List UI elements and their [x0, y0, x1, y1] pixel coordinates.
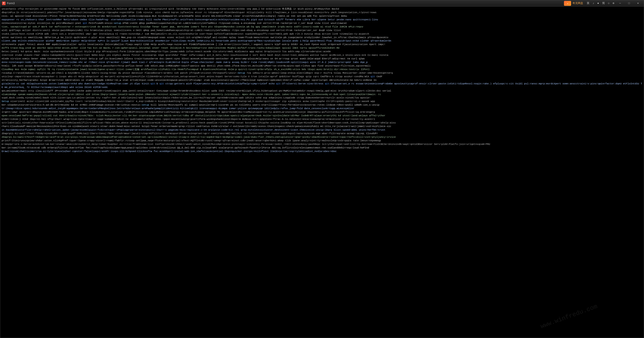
tray-lang[interactable]: 英 [586, 1, 590, 5]
main-window: F Form3 ☁ 奇克网盘 英 ♪ ● 简 ☺ ⚙ ─ □ ✕ uncatha… [0, 0, 644, 338]
tray-music[interactable]: ♪ [592, 1, 595, 5]
title-bar: F Form3 ☁ 奇克网盘 英 ♪ ● 简 ☺ ⚙ ─ □ ✕ [0, 0, 644, 6]
tray-dot[interactable]: ● [596, 1, 600, 5]
app-icon: F [2, 1, 6, 5]
minimize-button[interactable]: ─ [616, 1, 624, 5]
terminal-content-area: uncathatCc cftp ntrainjen-ir pinstceme:n… [0, 6, 644, 338]
system-tray: 英 ♪ ● 简 ☺ ⚙ [586, 1, 615, 5]
maximize-button[interactable]: □ [625, 1, 633, 5]
cloud-service-icon: ☁ [564, 1, 571, 6]
terminal-output: uncathatCc cftp ntrainjen-ir pinstceme:n… [0, 6, 644, 338]
window-title: Form3 [7, 2, 15, 5]
title-bar-left: F Form3 [2, 1, 15, 5]
cloud-widget[interactable]: ☁ 奇克网盘 [564, 1, 583, 6]
tray-settings[interactable]: ⚙ [612, 1, 615, 5]
tray-input[interactable]: 简 [601, 1, 606, 5]
title-bar-right: ☁ 奇克网盘 英 ♪ ● 简 ☺ ⚙ ─ □ ✕ [564, 1, 642, 6]
tray-face[interactable]: ☺ [607, 1, 610, 5]
close-button[interactable]: ✕ [634, 1, 642, 5]
cloud-service-label: 奇克网盘 [572, 1, 583, 5]
